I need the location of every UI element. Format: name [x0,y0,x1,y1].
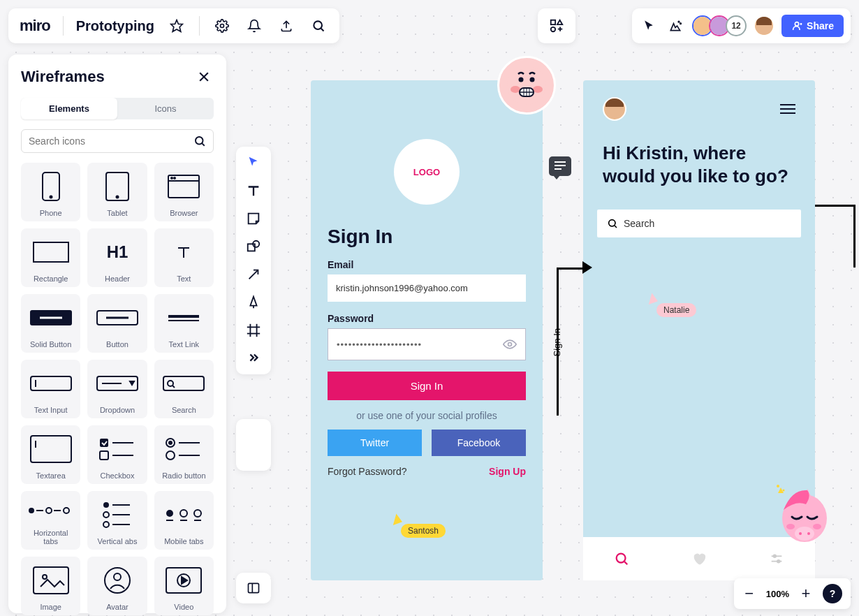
wf-button[interactable]: Button [87,294,147,353]
search-icon [607,218,618,229]
wf-checkbox[interactable]: Checkbox [87,425,147,484]
svg-point-7 [551,27,555,31]
svg-point-98 [533,86,543,93]
svg-point-113 [807,532,810,535]
panel-tabs: Elements Icons [21,98,214,119]
svg-point-1 [220,24,223,28]
arrow-tool-icon[interactable] [246,267,261,282]
bell-icon[interactable] [244,16,264,36]
user-avatar[interactable] [754,15,774,36]
unicorn-sticker[interactable] [774,483,827,536]
wireframe-grid: Phone Tablet Browser Rectangle H1Header … [21,163,214,615]
mock-logo: LOGO [394,139,460,205]
svg-point-17 [196,137,203,145]
reactions-icon[interactable] [666,16,685,36]
sticky-tool-icon[interactable] [246,211,261,226]
svg-rect-5 [551,20,555,24]
mock-screen-signin[interactable]: LOGO Sign In Email kristin.johnson1996@y… [311,80,543,580]
svg-point-106 [777,485,779,487]
wf-mtabs[interactable]: Mobile tabs [154,491,214,550]
svg-point-64 [166,510,173,517]
search-input[interactable] [29,135,193,147]
svg-point-112 [799,532,802,535]
tab-elements[interactable]: Elements [21,98,117,119]
password-label: Password [328,313,526,324]
svg-point-3 [314,21,322,29]
frame-tool-icon[interactable] [246,323,261,338]
svg-point-71 [43,575,47,579]
zoom-out[interactable]: − [742,585,756,603]
svg-point-25 [171,177,172,179]
board-name[interactable]: Prototyping [76,18,154,34]
wf-video[interactable]: Video [154,557,214,615]
svg-point-90 [617,554,626,563]
share-button[interactable]: Share [781,15,844,37]
wf-phone[interactable]: Phone [21,163,80,221]
wf-header[interactable]: H1Header [87,228,147,287]
wf-radio[interactable]: Radio button [154,425,214,484]
export-icon[interactable] [277,16,296,36]
wf-image[interactable]: Image [21,557,80,615]
panel-title: Wireframes [21,68,105,86]
wf-text-link[interactable]: Text Link [154,294,214,353]
wf-search[interactable]: Search [154,360,214,418]
wf-vtabs[interactable]: Vertical abs [87,491,147,550]
mock-avatar [603,97,626,121]
zoom-in[interactable]: + [799,585,813,603]
settings-icon[interactable] [212,16,232,36]
wf-text-input[interactable]: Text Input [21,360,80,418]
wf-htabs[interactable]: Horizontal tabs [21,491,80,550]
forgot-link: Forgot Password? [328,466,407,477]
cursor-mode-icon[interactable] [639,16,659,36]
select-tool-icon[interactable] [246,155,261,170]
star-icon[interactable] [167,16,186,36]
shape-tool-icon[interactable] [246,239,261,254]
svg-point-95 [777,560,780,563]
eye-icon [503,337,517,351]
undo-redo [236,419,271,471]
svg-point-87 [508,343,512,346]
comment-icon[interactable] [549,156,571,176]
twitter-button: Twitter [328,430,422,456]
connector-line[interactable] [815,205,856,267]
sidebar-toggle[interactable] [236,573,271,603]
svg-point-60 [103,512,109,518]
wf-solid-button[interactable]: Solid Button [21,294,80,353]
wf-tablet[interactable]: Tablet [87,163,147,221]
nav-search-icon [614,551,629,566]
wf-rectangle[interactable]: Rectangle [21,228,80,287]
svg-point-58 [103,502,109,508]
svg-marker-6 [557,20,562,24]
svg-rect-46 [100,451,108,460]
more-tools-icon[interactable] [246,351,261,366]
wf-textarea[interactable]: Textarea [21,425,80,484]
svg-line-41 [172,386,175,388]
text-tool-icon[interactable] [246,183,261,198]
collaborator-count[interactable]: 12 [726,15,747,36]
search-icon[interactable] [309,16,328,36]
cursor-name-tag: Natalie [656,303,696,317]
pen-tool-icon[interactable] [246,295,261,310]
panel-search[interactable] [21,129,214,153]
svg-rect-85 [249,583,259,592]
svg-point-20 [50,196,52,198]
svg-rect-27 [34,242,68,262]
topbar-apps[interactable] [538,8,575,43]
tab-icons[interactable]: Icons [117,98,214,119]
wireframes-panel: Wireframes Elements Icons Phone Tablet B… [8,54,226,613]
svg-line-89 [615,226,617,228]
signin-button: Sign In [328,372,526,400]
miro-logo[interactable]: miro [20,17,50,35]
emoji-sticker[interactable] [497,56,556,115]
wf-avatar[interactable]: Avatar [87,557,147,615]
wf-dropdown[interactable]: Dropdown [87,360,147,418]
help-button[interactable]: ? [823,584,842,603]
svg-point-10 [678,21,680,22]
svg-rect-34 [31,376,71,390]
connector-label[interactable]: Sign In [552,328,562,356]
zoom-value[interactable]: 100% [766,589,789,599]
wf-text[interactable]: Text [154,228,214,287]
close-icon[interactable] [194,67,214,87]
zoom-controls: − 100% + ? [734,578,851,609]
wf-browser[interactable]: Browser [154,163,214,221]
